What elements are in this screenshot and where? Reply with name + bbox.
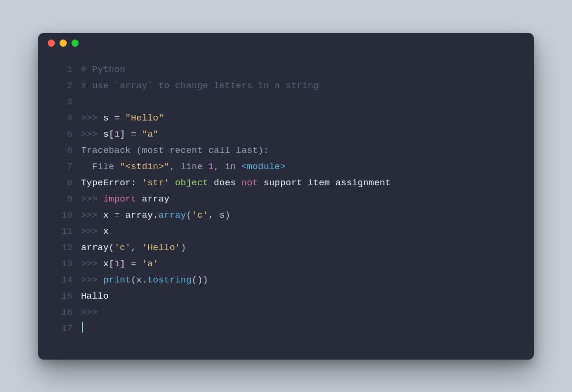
line-number: 15 bbox=[38, 288, 81, 304]
code-token: >>> bbox=[81, 210, 103, 221]
line-content: >>> import array bbox=[81, 191, 521, 207]
code-token: <module> bbox=[241, 161, 286, 172]
code-token bbox=[170, 178, 175, 188]
code-token: Traceback (most recent call last): bbox=[81, 145, 269, 156]
code-line: 17 bbox=[38, 321, 521, 337]
code-line: 9>>> import array bbox=[38, 191, 521, 207]
minimize-icon[interactable] bbox=[60, 40, 67, 47]
code-token: x bbox=[103, 226, 109, 237]
line-content: Hallo bbox=[81, 288, 521, 304]
code-token: File bbox=[81, 161, 120, 172]
line-content: File "<stdin>", line 1, in <module> bbox=[81, 159, 521, 175]
line-content: # use `array` to change letters in a str… bbox=[81, 78, 521, 94]
code-token: support item assignment bbox=[258, 178, 390, 188]
code-token: 'a' bbox=[142, 259, 159, 269]
line-number: 17 bbox=[38, 321, 81, 337]
line-content: TypeError: 'str' object does not support… bbox=[81, 175, 521, 191]
line-number: 2 bbox=[38, 78, 81, 94]
cursor-icon bbox=[82, 322, 83, 332]
line-content: >>> s = "Hello" bbox=[81, 110, 521, 126]
code-line: 16>>> bbox=[38, 304, 521, 321]
code-token: tostring bbox=[147, 275, 192, 285]
line-content: >>> bbox=[81, 304, 521, 321]
line-content: >>> x = array.array('c', s) bbox=[81, 207, 521, 223]
line-content: >>> x[1] = 'a' bbox=[81, 256, 521, 272]
line-content: Traceback (most recent call last): bbox=[81, 142, 521, 159]
code-token: Hallo bbox=[81, 291, 109, 302]
code-token: array. bbox=[125, 210, 159, 221]
line-number: 13 bbox=[38, 256, 81, 272]
code-token: >>> bbox=[81, 259, 103, 269]
code-line: 4>>> s = "Hello" bbox=[38, 110, 521, 126]
code-token: , line bbox=[170, 161, 208, 172]
code-token: array bbox=[136, 194, 170, 204]
code-token: 'c' bbox=[114, 242, 131, 253]
code-token: >>> bbox=[81, 307, 98, 318]
code-line: 13>>> x[1] = 'a' bbox=[38, 256, 521, 272]
code-line: 8TypeError: 'str' object does not suppor… bbox=[38, 175, 521, 191]
code-token: >>> bbox=[81, 129, 103, 140]
code-line: 12array('c', 'Hello') bbox=[38, 240, 521, 256]
code-token: "Hello" bbox=[125, 113, 164, 123]
line-number: 11 bbox=[38, 223, 81, 240]
line-content bbox=[81, 321, 521, 337]
line-number: 7 bbox=[38, 159, 81, 175]
code-token: ()) bbox=[192, 275, 208, 285]
code-token: s bbox=[103, 113, 114, 123]
code-line: 10>>> x = array.array('c', s) bbox=[38, 207, 521, 223]
line-number: 16 bbox=[38, 304, 81, 321]
code-line: 3 bbox=[38, 94, 521, 110]
code-token: import bbox=[103, 194, 136, 204]
code-token: = bbox=[114, 210, 125, 221]
close-icon[interactable] bbox=[48, 40, 55, 47]
code-token: 1 bbox=[114, 259, 120, 269]
code-area[interactable]: 1# Python2# use `array` to change letter… bbox=[38, 54, 534, 337]
code-token: >>> bbox=[81, 226, 103, 237]
code-line: 1# Python bbox=[38, 61, 521, 78]
code-token: 1 bbox=[208, 161, 214, 172]
line-number: 14 bbox=[38, 272, 81, 288]
code-token: does bbox=[208, 178, 242, 188]
line-content: >>> s[1] = "a" bbox=[81, 126, 521, 142]
code-token: >>> bbox=[81, 113, 103, 123]
code-token: ( bbox=[186, 210, 192, 221]
code-token: "a" bbox=[142, 129, 159, 140]
line-number: 3 bbox=[38, 94, 81, 110]
code-token: print bbox=[103, 275, 131, 285]
code-line: 11>>> x bbox=[38, 223, 521, 240]
code-token: (x. bbox=[131, 275, 147, 285]
code-line: 15Hallo bbox=[38, 288, 521, 304]
code-token: , s) bbox=[208, 210, 230, 221]
code-token: "<stdin>" bbox=[120, 161, 169, 172]
code-token: = bbox=[131, 129, 142, 140]
line-number: 8 bbox=[38, 175, 81, 191]
code-line: 7 File "<stdin>", line 1, in <module> bbox=[38, 159, 521, 175]
line-number: 5 bbox=[38, 126, 81, 142]
line-number: 12 bbox=[38, 240, 81, 256]
code-token: TypeError: bbox=[81, 178, 142, 188]
code-token: # use `array` to change letters in a str… bbox=[81, 80, 319, 91]
zoom-icon[interactable] bbox=[72, 40, 79, 47]
code-token: = bbox=[114, 113, 125, 123]
code-token: , bbox=[131, 242, 142, 253]
code-token: array bbox=[158, 210, 186, 221]
code-token: ) bbox=[181, 242, 186, 253]
code-token: 'str' bbox=[142, 178, 170, 188]
line-number: 10 bbox=[38, 207, 81, 223]
code-token: , in bbox=[214, 161, 241, 172]
line-content: array('c', 'Hello') bbox=[81, 240, 521, 256]
line-content: >>> print(x.tostring()) bbox=[81, 272, 521, 288]
stage: 1# Python2# use `array` to change letter… bbox=[0, 0, 572, 392]
line-number: 4 bbox=[38, 110, 81, 126]
code-token: 1 bbox=[114, 129, 120, 140]
code-line: 6Traceback (most recent call last): bbox=[38, 142, 521, 159]
code-line: 5>>> s[1] = "a" bbox=[38, 126, 521, 142]
code-token: ] bbox=[120, 129, 131, 140]
code-token: # Python bbox=[81, 64, 125, 75]
code-line: 14>>> print(x.tostring()) bbox=[38, 272, 521, 288]
code-token: = bbox=[131, 259, 142, 269]
line-content: >>> x bbox=[81, 223, 521, 240]
code-token: not bbox=[242, 178, 258, 188]
line-number: 6 bbox=[38, 142, 81, 159]
code-token: 'c' bbox=[192, 210, 208, 221]
